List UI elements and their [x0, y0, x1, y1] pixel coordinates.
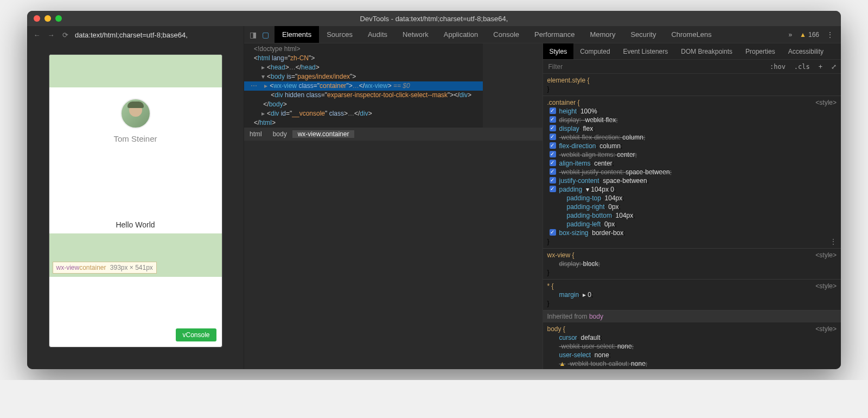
warnings-badge[interactable]: ▲ 166: [800, 31, 819, 39]
rule-wxview: wx-view {<style> display: block; }: [543, 249, 841, 280]
filter-input[interactable]: [543, 63, 765, 71]
css-property[interactable]: box-sizing: border-box;: [547, 229, 837, 237]
vconsole-button[interactable]: vConsole: [176, 328, 216, 341]
inspect-icon[interactable]: ◨: [250, 30, 257, 39]
css-property[interactable]: display: -webkit-flex;: [547, 116, 837, 124]
dom-tree[interactable]: <!doctype html> <html lang="zh-CN"> ▸<he…: [244, 43, 483, 128]
filter-bar: :hov .cls + ⤢: [543, 60, 841, 74]
add-rule-button[interactable]: +: [814, 63, 827, 71]
css-property[interactable]: padding-right: 0px;: [547, 202, 837, 211]
more-icon[interactable]: ⋮: [830, 237, 837, 246]
username-label: Tom Steiner: [113, 134, 157, 143]
hov-toggle[interactable]: :hov: [765, 63, 790, 71]
tab-sources[interactable]: Sources: [319, 26, 360, 43]
tab-application[interactable]: Application: [436, 26, 486, 43]
checkbox-icon[interactable]: [550, 151, 556, 157]
hello-label: Hello World: [49, 220, 222, 233]
css-property[interactable]: -webkit-flex-direction: column;: [547, 133, 837, 142]
tab-audits[interactable]: Audits: [360, 26, 395, 43]
subtab-computed[interactable]: Computed: [573, 43, 616, 59]
sub-tabs: StylesComputedEvent ListenersDOM Breakpo…: [543, 43, 841, 60]
back-icon[interactable]: ←: [33, 30, 41, 39]
css-property[interactable]: padding-top: 104px;: [547, 194, 837, 202]
selected-dom-node[interactable]: ⋯ ▸<wx-view class="container">…</wx-view…: [244, 81, 483, 91]
inspect-tooltip: wx-viewcontainer 393px × 541px: [53, 262, 157, 274]
checkbox-icon[interactable]: [550, 107, 556, 114]
checkbox-icon[interactable]: [550, 134, 556, 140]
url-text[interactable]: data:text/html;charset=utf-8;base64,: [75, 31, 238, 39]
tooltip-class: container: [79, 264, 106, 271]
subtab-styles[interactable]: Styles: [543, 43, 574, 59]
breadcrumb-item[interactable]: wx-view.container: [292, 130, 355, 138]
tab-performance[interactable]: Performance: [527, 26, 582, 43]
rule-body: body {<style> cursor: default;-webkit-us…: [543, 322, 841, 369]
breadcrumb-item[interactable]: body: [267, 130, 292, 138]
devtools-panel: ◨ ▢ ElementsSourcesAuditsNetworkApplicat…: [244, 26, 841, 369]
tab-memory[interactable]: Memory: [582, 26, 623, 43]
css-property[interactable]: -webkit-justify-content: space-between;: [547, 168, 837, 176]
avatar: [120, 98, 151, 129]
forward-icon[interactable]: →: [47, 30, 55, 39]
css-property[interactable]: ▲-webkit-touch-callout: none;: [547, 359, 837, 368]
warning-icon: ▲: [800, 31, 806, 39]
css-property[interactable]: justify-content: space-between;: [547, 176, 837, 185]
css-property[interactable]: padding-bottom: 104px;: [547, 211, 837, 220]
checkbox-icon[interactable]: [550, 142, 556, 149]
css-property[interactable]: cursor: default;: [547, 333, 837, 342]
titlebar: DevTools - data:text/html;charset=utf-8;…: [27, 11, 841, 26]
warning-icon: ▲: [559, 360, 566, 368]
css-property[interactable]: height: 100%;: [547, 107, 837, 116]
expand-icon[interactable]: ⤢: [827, 63, 841, 71]
preview-panel: ← → ⟳ data:text/html;charset=utf-8;base6…: [27, 26, 244, 369]
css-property[interactable]: display: block;: [547, 259, 837, 268]
breadcrumb-item[interactable]: html: [244, 130, 267, 138]
css-property[interactable]: padding: ▾ 104px 0;: [547, 185, 837, 194]
device-toggle-icon[interactable]: ▢: [262, 30, 269, 39]
tab-console[interactable]: Console: [486, 26, 527, 43]
css-property[interactable]: user-select: none;: [547, 351, 837, 359]
style-rules[interactable]: element.style { } .container {<style> he…: [543, 74, 841, 369]
more-tabs-icon[interactable]: »: [788, 31, 792, 39]
panels: <!doctype html> <html lang="zh-CN"> ▸<he…: [244, 43, 841, 369]
css-property[interactable]: padding-left: 0px;: [547, 220, 837, 229]
maximize-icon[interactable]: [55, 15, 62, 22]
css-property[interactable]: margin: ▸ 0;: [547, 290, 837, 299]
css-property[interactable]: -webkit-align-items: center;: [547, 150, 837, 159]
checkbox-icon[interactable]: [550, 160, 556, 166]
tab-elements[interactable]: Elements: [275, 26, 319, 43]
cls-toggle[interactable]: .cls: [790, 63, 814, 71]
toolbar-icons: ◨ ▢: [244, 26, 275, 43]
main-area: ← → ⟳ data:text/html;charset=utf-8;base6…: [27, 26, 841, 369]
tooltip-dimensions: 393px × 541px: [110, 264, 153, 271]
main-tabs: ◨ ▢ ElementsSourcesAuditsNetworkApplicat…: [244, 26, 841, 43]
reload-icon[interactable]: ⟳: [61, 30, 69, 39]
device-content: Tom Steiner: [49, 87, 222, 147]
tab-chromelens[interactable]: ChromeLens: [663, 26, 719, 43]
subtab-dom-breakpoints[interactable]: DOM Breakpoints: [674, 43, 739, 59]
device-header: [49, 55, 222, 87]
css-property[interactable]: align-items: center;: [547, 159, 837, 168]
kebab-icon[interactable]: ⋮: [827, 31, 833, 39]
checkbox-icon[interactable]: [550, 125, 556, 131]
close-icon[interactable]: [34, 15, 40, 22]
checkbox-icon[interactable]: [550, 116, 556, 123]
checkbox-icon[interactable]: [550, 177, 556, 183]
css-property[interactable]: display: flex;: [547, 124, 837, 133]
tab-security[interactable]: Security: [623, 26, 663, 43]
device-mid: [49, 147, 222, 220]
checkbox-icon[interactable]: [550, 168, 556, 175]
rule-star: * {<style> margin: ▸ 0; }: [543, 280, 841, 311]
devtools-window: DevTools - data:text/html;charset=utf-8;…: [27, 11, 841, 369]
checkbox-icon[interactable]: [550, 186, 556, 192]
subtab-properties[interactable]: Properties: [739, 43, 782, 59]
checkbox-icon[interactable]: [550, 229, 556, 236]
css-property[interactable]: -webkit-user-select: none;: [547, 342, 837, 351]
minimize-icon[interactable]: [44, 15, 51, 22]
url-bar: ← → ⟳ data:text/html;charset=utf-8;base6…: [27, 26, 244, 43]
toolbar-right: » ▲ 166 ⋮: [788, 26, 841, 43]
css-property[interactable]: flex-direction: column;: [547, 142, 837, 150]
inherited-header: Inherited from body: [543, 311, 841, 322]
subtab-event-listeners[interactable]: Event Listeners: [617, 43, 675, 59]
subtab-accessibility[interactable]: Accessibility: [782, 43, 830, 59]
tab-network[interactable]: Network: [395, 26, 436, 43]
